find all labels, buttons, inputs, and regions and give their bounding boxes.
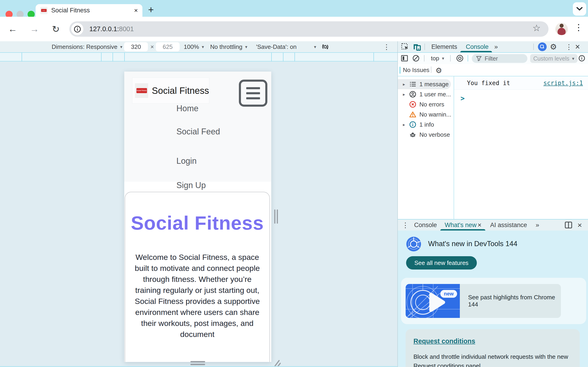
sidebar-item-errors[interactable]: No errors bbox=[398, 99, 454, 109]
nav-link-login[interactable]: Login bbox=[176, 156, 197, 166]
live-expression-eye-icon[interactable] bbox=[456, 53, 464, 64]
save-data-select[interactable]: ▾ bbox=[311, 41, 316, 52]
rotate-device-icon[interactable] bbox=[321, 41, 329, 52]
address-bar[interactable]: 127.0.0.1:8001 bbox=[69, 21, 548, 37]
drawer-tab-console[interactable]: Console bbox=[414, 219, 437, 231]
site-brand[interactable]: Social Fitness Social Fitness bbox=[132, 77, 209, 104]
bug-icon bbox=[409, 131, 416, 138]
devtools-tabbar: Elements Console » ⚙ ⋮ × bbox=[398, 41, 588, 53]
devtools-menu-icon[interactable]: ⋮ bbox=[565, 41, 572, 52]
bookmark-star-icon[interactable]: ☆ bbox=[532, 23, 541, 33]
devtools-close-icon[interactable]: × bbox=[575, 41, 580, 52]
drawer-menu-icon[interactable]: ⋮ bbox=[402, 219, 409, 231]
profile-avatar[interactable] bbox=[555, 23, 568, 35]
expand-caret-icon[interactable]: ▸ bbox=[403, 92, 405, 97]
site-logo-image: Social Fitness bbox=[135, 83, 148, 98]
tab-title: Social Fitness bbox=[51, 7, 134, 14]
hamburger-icon bbox=[246, 87, 260, 89]
console-message-text: You fixed it bbox=[467, 80, 510, 86]
inspect-element-icon[interactable] bbox=[401, 41, 409, 52]
new-tab-button[interactable]: + bbox=[148, 5, 154, 15]
log-levels-select[interactable]: Custom levels▾ bbox=[530, 54, 578, 63]
highlights-banner[interactable]: new See past highlights from Chrome 144 bbox=[401, 278, 586, 324]
issues-settings-gear-icon[interactable]: ⚙ bbox=[435, 66, 442, 75]
tab-elements[interactable]: Elements bbox=[431, 41, 457, 52]
clear-console-icon[interactable] bbox=[412, 53, 420, 64]
viewport-width-input[interactable]: 320 bbox=[124, 41, 148, 52]
browser-tab[interactable]: Social Fitness Social Fitness × bbox=[36, 4, 142, 17]
drawer-more-tabs-icon[interactable]: » bbox=[536, 219, 539, 231]
device-toolbar-toggle-icon[interactable] bbox=[413, 41, 421, 52]
tab-close-icon[interactable]: × bbox=[134, 7, 138, 14]
drawer-tab-whats-new[interactable]: What's new bbox=[445, 219, 477, 231]
sidebar-item-warnings[interactable]: No warnin... bbox=[398, 109, 454, 119]
site-info-icon[interactable] bbox=[71, 23, 83, 35]
see-all-features-button[interactable]: See all new features bbox=[406, 256, 477, 269]
tab-search-button[interactable] bbox=[573, 2, 586, 16]
console-info-icon[interactable] bbox=[578, 53, 585, 64]
nav-link-signup[interactable]: Sign Up bbox=[176, 181, 206, 190]
viewport-corner-drag-handle[interactable] bbox=[272, 358, 281, 366]
forward-button[interactable]: → bbox=[26, 17, 43, 41]
save-data-indicator: 'Save-Data': on bbox=[256, 41, 296, 52]
active-tab-underline bbox=[460, 51, 492, 52]
execution-context-select[interactable]: top▾ bbox=[431, 53, 444, 64]
drawer-close-icon[interactable]: × bbox=[578, 219, 582, 231]
viewport-width-drag-handle[interactable] bbox=[274, 209, 278, 224]
hero-text: Welcome to Social Fitness, a space built… bbox=[130, 252, 265, 340]
devtools-panel: Elements Console » ⚙ ⋮ × top▾ bbox=[397, 41, 588, 367]
drawer-tabbar: ⋮ Console What's new × AI assistance » × bbox=[398, 219, 588, 231]
zoom-select[interactable]: 100%▾ bbox=[184, 41, 204, 52]
hamburger-menu-button[interactable] bbox=[239, 80, 267, 107]
media-query-bar[interactable] bbox=[0, 53, 397, 61]
tab-strip: Social Fitness Social Fitness × + bbox=[0, 0, 588, 17]
browser-toolbar: ← → ↻ 127.0.0.1:8001 ☆ ⋮ bbox=[0, 17, 588, 41]
issues-count[interactable]: No Issues bbox=[403, 64, 430, 76]
console-sidebar-toggle-icon[interactable] bbox=[401, 53, 408, 64]
sidebar-item-info[interactable]: ▸ 1 info bbox=[398, 119, 454, 130]
sidebar-item-verbose[interactable]: No verbose bbox=[398, 130, 454, 140]
dimensions-select[interactable]: Dimensions: Responsive▾ bbox=[52, 41, 122, 52]
console-output: You fixed it script.js:1 > bbox=[454, 76, 588, 219]
throttling-select[interactable]: No throttling▾ bbox=[210, 41, 247, 52]
device-toolbar-menu-icon[interactable]: ⋮ bbox=[383, 41, 390, 52]
more-tabs-icon[interactable]: » bbox=[494, 41, 498, 52]
console-prompt-icon[interactable]: > bbox=[460, 94, 465, 102]
nav-link-social-feed[interactable]: Social Feed bbox=[176, 127, 220, 136]
chevron-down-icon bbox=[577, 7, 582, 11]
chevron-down-icon: ▾ bbox=[442, 56, 444, 61]
feature-title-link[interactable]: Request conditions bbox=[414, 337, 475, 345]
hero-card: Social Fitness Welcome to Social Fitness… bbox=[125, 192, 270, 362]
device-toolbar: Dimensions: Responsive▾ 320 × 625 100%▾ … bbox=[0, 41, 397, 53]
browser-menu-icon[interactable]: ⋮ bbox=[574, 22, 583, 32]
nav-link-home[interactable]: Home bbox=[176, 104, 199, 113]
console-source-link[interactable]: script.js:1 bbox=[544, 80, 583, 86]
viewport-height-input[interactable]: 625 bbox=[156, 41, 180, 52]
tab-console[interactable]: Console bbox=[466, 41, 489, 52]
feature-description: Block and throttle individual network re… bbox=[414, 352, 574, 367]
whats-new-title: What's new in DevTools 144 bbox=[428, 240, 517, 248]
console-message-row[interactable]: You fixed it script.js:1 bbox=[454, 76, 588, 90]
highlights-banner-text-panel[interactable]: See past highlights from Chrome 144 bbox=[460, 284, 561, 318]
viewport-height-drag-handle[interactable] bbox=[190, 361, 205, 365]
issues-bar: No Issues ⚙ bbox=[398, 64, 588, 76]
highlights-video-thumbnail[interactable]: new bbox=[406, 284, 460, 318]
console-filter-input[interactable]: Filter bbox=[472, 54, 527, 63]
expand-caret-icon[interactable]: ▸ bbox=[403, 82, 405, 87]
drawer-tab-close-icon[interactable]: × bbox=[477, 219, 482, 231]
devtools-logo-icon bbox=[406, 236, 421, 252]
chevron-down-icon: ▾ bbox=[314, 44, 316, 50]
back-button[interactable]: ← bbox=[5, 17, 21, 41]
drawer-tab-ai-assistance[interactable]: AI assistance bbox=[490, 219, 527, 231]
expand-caret-icon[interactable]: ▸ bbox=[403, 122, 405, 127]
sidebar-item-messages[interactable]: ▸ 1 message bbox=[398, 79, 451, 89]
ai-assistance-icon[interactable] bbox=[538, 41, 547, 52]
feature-card: Request conditions Block and throttle in… bbox=[406, 329, 580, 367]
devtools-drawer: ⋮ Console What's new × AI assistance » ×… bbox=[398, 219, 588, 367]
reload-button[interactable]: ↻ bbox=[48, 17, 64, 41]
settings-gear-icon[interactable]: ⚙ bbox=[550, 41, 557, 52]
sidebar-item-user-messages[interactable]: ▸ 1 user me... bbox=[398, 89, 454, 99]
dock-side-icon[interactable] bbox=[565, 219, 572, 231]
info-icon bbox=[409, 121, 416, 128]
chevron-down-icon: ▾ bbox=[202, 44, 204, 50]
